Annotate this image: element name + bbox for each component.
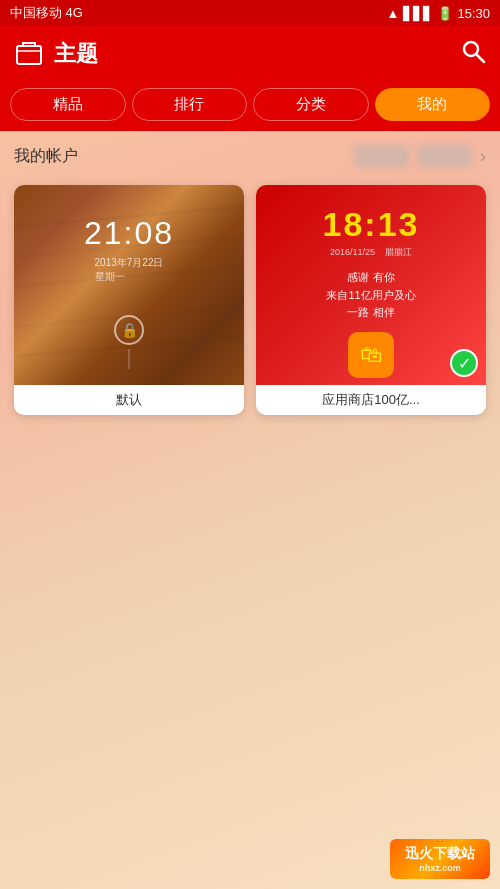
- svg-line-3: [476, 54, 484, 62]
- tab-category[interactable]: 分类: [253, 88, 369, 121]
- svg-rect-0: [17, 46, 41, 64]
- tab-mine[interactable]: 我的: [375, 88, 491, 121]
- watermark-url: nhxz.com: [419, 863, 461, 873]
- account-info-blur-1: [354, 145, 409, 167]
- default-theme-label: 默认: [14, 385, 244, 415]
- header-left: 主题: [14, 39, 98, 69]
- theme-appstore-preview: 18:13 2016/11/25 腊腊江 感谢 有你 来自11亿用户及心 一路 …: [256, 185, 486, 385]
- theme-grid: 21:08 2013年7月22日 星期一 🔒 默认 18:13 2016/11/…: [14, 185, 486, 415]
- status-left: 中国移动 4G: [10, 4, 83, 22]
- time-label: 15:30: [457, 6, 490, 21]
- battery-icon: 🔋: [437, 6, 453, 21]
- appstore-theme-date: 2016/11/25 腊腊江: [330, 246, 412, 259]
- account-right[interactable]: ›: [354, 145, 486, 167]
- active-check-badge: ✓: [450, 349, 478, 377]
- status-bar: 中国移动 4G ▲ ▋▋▋ 🔋 15:30: [0, 0, 500, 26]
- appstore-theme-label: 应用商店100亿...: [256, 385, 486, 415]
- content-area: 我的帐户 › 21:08 2013年7月22日 星期一 🔒: [0, 131, 500, 425]
- tab-bar: 精品 排行 分类 我的: [0, 82, 500, 131]
- theme-default-preview: 21:08 2013年7月22日 星期一 🔒: [14, 185, 244, 385]
- lock-dots: [129, 349, 130, 369]
- chevron-right-icon: ›: [480, 146, 486, 167]
- tab-featured[interactable]: 精品: [10, 88, 126, 121]
- watermark-brand: 迅火下载站: [405, 845, 475, 863]
- app-logo-icon: [14, 39, 44, 69]
- search-button[interactable]: [460, 38, 486, 70]
- account-info-blur-2: [417, 145, 472, 167]
- appstore-theme-text: 感谢 有你 来自11亿用户及心 一路 相伴: [326, 269, 415, 322]
- signal-icon: ▋▋▋: [403, 6, 433, 21]
- app-header: 主题: [0, 26, 500, 82]
- tab-ranking[interactable]: 排行: [132, 88, 248, 121]
- appstore-icon: 🛍: [348, 332, 394, 378]
- appstore-theme-time: 18:13: [323, 205, 420, 244]
- my-account-row: 我的帐户 ›: [14, 141, 486, 171]
- lock-icon: 🔒: [114, 315, 144, 345]
- theme-card-appstore[interactable]: 18:13 2016/11/25 腊腊江 感谢 有你 来自11亿用户及心 一路 …: [256, 185, 486, 415]
- theme-card-default[interactable]: 21:08 2013年7月22日 星期一 🔒 默认: [14, 185, 244, 415]
- status-right: ▲ ▋▋▋ 🔋 15:30: [387, 6, 490, 21]
- wifi-icon: ▲: [387, 6, 400, 21]
- watermark: 迅火下载站 nhxz.com: [390, 839, 490, 879]
- page-title: 主题: [54, 39, 98, 69]
- my-account-label: 我的帐户: [14, 146, 78, 167]
- carrier-label: 中国移动 4G: [10, 4, 83, 22]
